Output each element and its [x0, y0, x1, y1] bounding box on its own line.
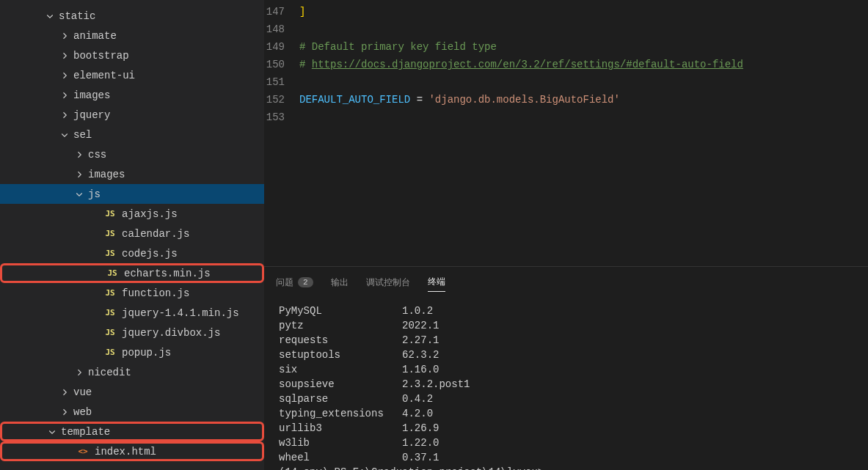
- tree-item-function-js[interactable]: JSfunction.js: [0, 283, 264, 303]
- code-line[interactable]: 152DEFAULT_AUTO_FIELD = 'django.db.model…: [264, 91, 868, 109]
- tree-item-jquery-1-4-1-min-js[interactable]: JSjquery-1.4.1.min.js: [0, 303, 264, 323]
- tree-item-label: calendar.js: [122, 228, 189, 240]
- tree-item-images[interactable]: images: [0, 164, 264, 184]
- tree-item-static[interactable]: static: [0, 6, 264, 26]
- js-file-icon: JS: [103, 345, 117, 360]
- package-version: 1.22.0: [402, 437, 439, 449]
- file-explorer[interactable]: staticanimatebootstrapelement-uiimagesjq…: [0, 0, 264, 470]
- tree-item-template[interactable]: template: [0, 422, 264, 441]
- terminal-prompt[interactable]: (14 env) PS E:\Graduation project\14\lvy…: [279, 465, 853, 470]
- package-name: six: [279, 364, 402, 375]
- code-token: ]: [299, 6, 305, 18]
- chevron-right-icon[interactable]: [59, 406, 70, 418]
- tree-item-nicedit[interactable]: nicedit: [0, 362, 264, 382]
- tree-item-vue[interactable]: vue: [0, 382, 264, 402]
- tree-item-images[interactable]: images: [0, 85, 264, 105]
- code-line[interactable]: 148: [264, 21, 868, 38]
- terminal-line: pytz 2022.1: [279, 318, 853, 333]
- code-line[interactable]: 153: [264, 109, 868, 126]
- chevron-right-icon[interactable]: [59, 89, 70, 101]
- tab-debug-console[interactable]: 调试控制台: [366, 273, 410, 292]
- tree-item-element-ui[interactable]: element-ui: [0, 65, 264, 85]
- code-content: ]: [299, 3, 868, 21]
- chevron-right-icon[interactable]: [59, 50, 70, 62]
- chevron-spacer: [88, 347, 100, 359]
- package-name: typing_extensions: [279, 408, 402, 419]
- tree-item-index-html[interactable]: <>index.html: [0, 441, 264, 461]
- code-line[interactable]: 147]: [264, 3, 868, 21]
- chevron-spacer: [88, 287, 100, 299]
- tree-item-jquery[interactable]: jquery: [0, 105, 264, 125]
- package-version: 0.37.1: [402, 452, 439, 463]
- tree-item-css[interactable]: css: [0, 144, 264, 164]
- tree-item-calendar-js[interactable]: JScalendar.js: [0, 224, 264, 243]
- chevron-spacer: [88, 248, 100, 260]
- chevron-down-icon[interactable]: [46, 426, 58, 438]
- tree-item-bootstrap[interactable]: bootstrap: [0, 45, 264, 65]
- line-number: 151: [264, 73, 299, 91]
- js-file-icon: JS: [103, 246, 117, 261]
- chevron-right-icon[interactable]: [73, 169, 85, 180]
- terminal-line: sqlparse 0.4.2: [279, 392, 853, 406]
- terminal-line: w3lib 1.22.0: [279, 436, 853, 450]
- package-version: 4.2.0: [402, 408, 433, 419]
- chevron-right-icon[interactable]: [73, 149, 85, 161]
- js-file-icon: JS: [103, 207, 117, 221]
- package-version: 2.27.1: [402, 334, 439, 346]
- tree-item-js[interactable]: js: [0, 184, 264, 204]
- chevron-right-icon[interactable]: [59, 70, 70, 81]
- chevron-down-icon[interactable]: [44, 10, 56, 22]
- package-name: wheel: [279, 452, 402, 463]
- tree-item-label: popup.js: [122, 347, 171, 359]
- code-editor[interactable]: 147]148149# Default primary key field ty…: [264, 0, 868, 266]
- tree-item-jquery-divbox-js[interactable]: JSjquery.divbox.js: [0, 323, 264, 342]
- tree-item-popup-js[interactable]: JSpopup.js: [0, 342, 264, 362]
- tree-item-label: jquery-1.4.1.min.js: [122, 307, 239, 319]
- tree-item-echarts-min-js[interactable]: JSecharts.min.js: [0, 263, 264, 283]
- tree-item-ajaxjs-js[interactable]: JSajaxjs.js: [0, 204, 264, 224]
- chevron-down-icon[interactable]: [73, 188, 85, 200]
- terminal-output[interactable]: PyMySQL 1.0.2pytz 2022.1requests 2.27.1s…: [264, 295, 868, 470]
- code-line[interactable]: 150# https://docs.djangoproject.com/en/3…: [264, 56, 868, 73]
- tree-item-web[interactable]: web: [0, 402, 264, 422]
- package-name: requests: [279, 334, 402, 346]
- tab-output[interactable]: 输出: [331, 273, 349, 292]
- chevron-down-icon[interactable]: [59, 129, 70, 141]
- bottom-panel: 问题 2 输出 调试控制台 终端 PyMySQL 1.0.2pytz 2022.…: [264, 266, 868, 470]
- package-name: setuptools: [279, 349, 402, 361]
- line-number: 150: [264, 56, 299, 73]
- chevron-right-icon[interactable]: [59, 30, 70, 42]
- tab-terminal[interactable]: 终端: [428, 273, 445, 292]
- code-line[interactable]: 149# Default primary key field type: [264, 38, 868, 56]
- package-version: 0.4.2: [402, 393, 433, 405]
- tree-item-animate[interactable]: animate: [0, 26, 264, 45]
- tree-item-codejs-js[interactable]: JScodejs.js: [0, 243, 264, 263]
- package-version: 62.3.2: [402, 349, 439, 361]
- line-number: 149: [264, 38, 299, 56]
- code-token: # Default primary key field type: [299, 41, 497, 53]
- panel-tabs: 问题 2 输出 调试控制台 终端: [264, 267, 868, 295]
- tab-terminal-label: 终端: [428, 276, 445, 288]
- code-token: https://docs.djangoproject.com/en/3.2/re…: [312, 59, 743, 70]
- tab-problems[interactable]: 问题 2: [276, 273, 313, 292]
- terminal-line: six 1.16.0: [279, 362, 853, 377]
- terminal-line: setuptools 62.3.2: [279, 348, 853, 362]
- code-content: # https://docs.djangoproject.com/en/3.2/…: [299, 56, 868, 73]
- package-version: 1.26.9: [402, 422, 439, 434]
- js-file-icon: JS: [103, 326, 117, 340]
- code-content: [299, 109, 868, 126]
- package-version: 2.3.2.post1: [402, 378, 470, 390]
- tree-item-sel[interactable]: sel: [0, 125, 264, 144]
- js-file-icon: JS: [105, 266, 120, 281]
- chevron-right-icon[interactable]: [59, 109, 70, 121]
- tree-item-label: codejs.js: [122, 248, 178, 260]
- chevron-right-icon[interactable]: [73, 367, 85, 378]
- code-line[interactable]: 151: [264, 73, 868, 91]
- chevron-right-icon[interactable]: [59, 386, 70, 398]
- main-area: 147]148149# Default primary key field ty…: [264, 0, 868, 470]
- html-file-icon: <>: [76, 444, 90, 459]
- terminal-line: PyMySQL 1.0.2: [279, 304, 853, 318]
- js-file-icon: JS: [103, 286, 117, 301]
- tree-item-label: bootstrap: [73, 50, 129, 62]
- tree-item-label: jquery.divbox.js: [122, 327, 220, 339]
